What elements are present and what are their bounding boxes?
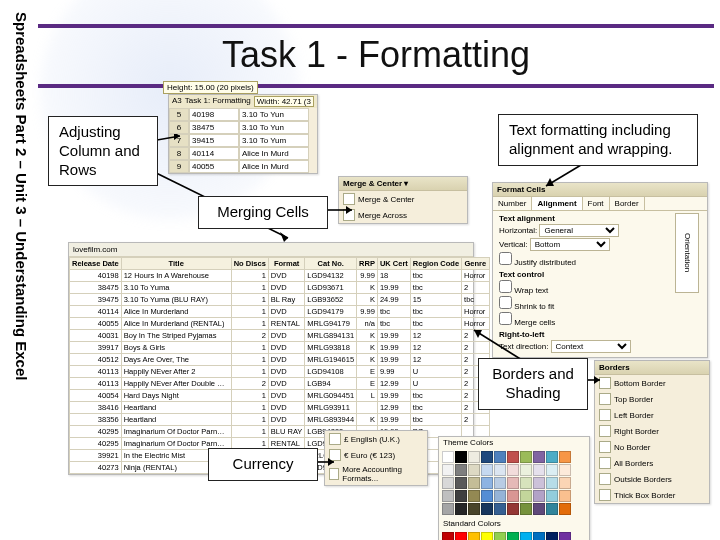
table-row[interactable]: 40031Boy In The Striped Pyjamas2DVDMRLG8… [70, 330, 490, 342]
color-swatch[interactable] [546, 477, 558, 489]
color-swatch[interactable] [455, 464, 467, 476]
table-row[interactable]: 40113Happily NEver After 21DVDLGD94108E9… [70, 366, 490, 378]
color-swatch[interactable] [533, 477, 545, 489]
color-swatch[interactable] [442, 503, 454, 515]
shrink-checkbox[interactable] [499, 296, 512, 309]
color-swatch[interactable] [507, 451, 519, 463]
border-option[interactable]: Thick Box Border [595, 487, 709, 503]
color-swatch[interactable] [559, 451, 571, 463]
color-swatch[interactable] [442, 477, 454, 489]
color-swatch[interactable] [494, 532, 506, 540]
color-swatch[interactable] [468, 503, 480, 515]
color-swatch[interactable] [455, 490, 467, 502]
direction-select[interactable]: Context [551, 340, 631, 353]
border-option[interactable]: No Border [595, 439, 709, 455]
format-tab[interactable]: Alignment [532, 197, 582, 210]
table-row[interactable]: 40055Alice In Murderland (RENTAL)1RENTAL… [70, 318, 490, 330]
border-option[interactable]: Right Border [595, 423, 709, 439]
color-swatch[interactable] [533, 464, 545, 476]
table-row[interactable]: 40054Hard Days Night1DVDMRLG094451L19.99… [70, 390, 490, 402]
format-tab[interactable]: Number [493, 197, 532, 210]
color-swatch[interactable] [481, 464, 493, 476]
vertical-select[interactable]: Bottom [530, 238, 610, 251]
table-row[interactable]: 4019812 Hours In A Warehouse1DVDLGD94132… [70, 270, 490, 282]
border-option[interactable]: Left Border [595, 407, 709, 423]
color-swatch[interactable] [442, 464, 454, 476]
color-swatch[interactable] [520, 532, 532, 540]
color-swatch[interactable] [442, 451, 454, 463]
color-swatch[interactable] [520, 490, 532, 502]
color-swatch[interactable] [481, 477, 493, 489]
border-option[interactable]: Top Border [595, 391, 709, 407]
color-swatch[interactable] [507, 532, 519, 540]
color-swatch[interactable] [507, 477, 519, 489]
border-option[interactable]: Bottom Border [595, 375, 709, 391]
color-swatch[interactable] [507, 490, 519, 502]
color-swatch[interactable] [559, 477, 571, 489]
merge-center-button[interactable]: Merge & Center ▾ [339, 177, 467, 191]
color-swatch[interactable] [481, 451, 493, 463]
horizontal-select[interactable]: General [539, 224, 619, 237]
border-option[interactable]: All Borders [595, 455, 709, 471]
currency-option[interactable]: £ English (U.K.) [325, 431, 427, 447]
color-swatch[interactable] [494, 451, 506, 463]
color-swatch[interactable] [468, 532, 480, 540]
table-row[interactable]: 38416Heartland1DVDMRLG9391112.99tbc2 [70, 402, 490, 414]
color-swatch[interactable] [559, 532, 571, 540]
color-swatch[interactable] [533, 451, 545, 463]
color-swatch[interactable] [494, 477, 506, 489]
color-swatch[interactable] [520, 464, 532, 476]
wrap-checkbox[interactable] [499, 280, 512, 293]
color-swatch[interactable] [520, 503, 532, 515]
table-row[interactable]: 384753.10 To Yuma1DVDLGD93671K19.99tbc2 [70, 282, 490, 294]
table-row[interactable]: 38356Heartland1DVDMRLG893944K19.99tbc2 [70, 414, 490, 426]
border-option[interactable]: Outside Borders [595, 471, 709, 487]
table-row[interactable]: 40113Happily NEver After Double Pack2DVD… [70, 378, 490, 390]
table-row[interactable]: 40512Days Are Over, The1DVDMRLG194615K19… [70, 354, 490, 366]
color-swatch[interactable] [455, 532, 467, 540]
color-swatch[interactable] [559, 490, 571, 502]
color-swatch[interactable] [468, 451, 480, 463]
table-row[interactable]: 394753.10 To Yuma (BLU RAY)1BL RayLGB936… [70, 294, 490, 306]
color-swatch[interactable] [481, 532, 493, 540]
color-swatch[interactable] [507, 503, 519, 515]
color-swatch[interactable] [481, 503, 493, 515]
svg-marker-11 [594, 376, 600, 384]
table-row[interactable]: 40114Alice In Murderland1DVDLGD941799.99… [70, 306, 490, 318]
color-swatch[interactable] [533, 532, 545, 540]
vertical-label: Vertical: [499, 240, 527, 249]
color-swatch[interactable] [546, 532, 558, 540]
color-swatch[interactable] [494, 464, 506, 476]
color-swatch[interactable] [546, 503, 558, 515]
color-swatch[interactable] [559, 503, 571, 515]
color-swatch[interactable] [442, 490, 454, 502]
color-swatch[interactable] [481, 490, 493, 502]
color-swatch[interactable] [520, 477, 532, 489]
format-tab[interactable]: Border [610, 197, 645, 210]
orientation-widget[interactable]: Orientation [675, 213, 699, 293]
color-swatch[interactable] [494, 503, 506, 515]
color-swatch[interactable] [546, 490, 558, 502]
color-swatch[interactable] [494, 490, 506, 502]
justify-checkbox[interactable] [499, 252, 512, 265]
svg-marker-1 [174, 134, 180, 140]
color-swatch[interactable] [468, 477, 480, 489]
color-swatch[interactable] [507, 464, 519, 476]
color-swatch[interactable] [455, 503, 467, 515]
standard-colors-label: Standard Colors [439, 518, 589, 529]
color-swatch[interactable] [520, 451, 532, 463]
color-swatch[interactable] [546, 451, 558, 463]
color-swatch[interactable] [559, 464, 571, 476]
table-row[interactable]: 39917Boys & Girls1DVDMRLG93818K19.99122 [70, 342, 490, 354]
color-swatch[interactable] [455, 477, 467, 489]
color-swatch[interactable] [533, 503, 545, 515]
cell-ref: A3 [172, 96, 182, 107]
color-swatch[interactable] [533, 490, 545, 502]
color-swatch[interactable] [468, 464, 480, 476]
color-swatch[interactable] [468, 490, 480, 502]
color-swatch[interactable] [546, 464, 558, 476]
merge-checkbox[interactable] [499, 312, 512, 325]
format-tab[interactable]: Font [583, 197, 610, 210]
color-swatch[interactable] [455, 451, 467, 463]
color-swatch[interactable] [442, 532, 454, 540]
